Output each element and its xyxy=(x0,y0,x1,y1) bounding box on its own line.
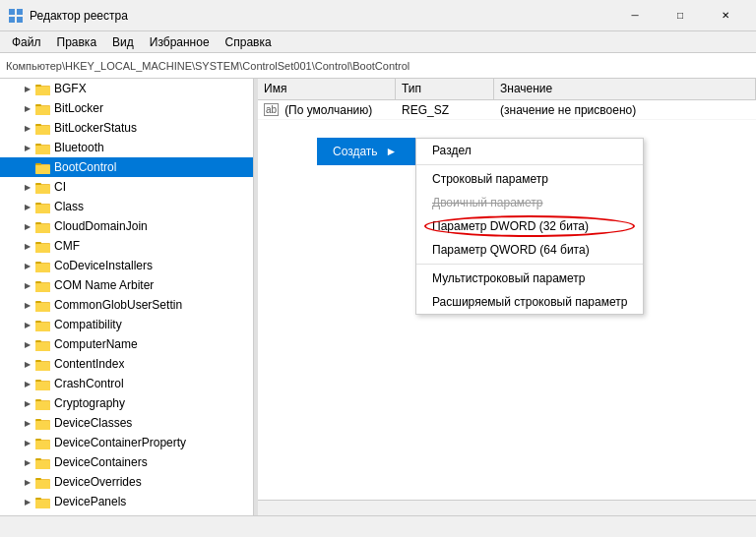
menu-item-string[interactable]: Строковый параметр xyxy=(416,167,643,191)
maximize-button[interactable]: □ xyxy=(658,0,703,31)
close-button[interactable]: ✕ xyxy=(703,0,748,31)
menu-item-section[interactable]: Раздел xyxy=(416,139,643,162)
column-header-value: Значение xyxy=(494,79,756,99)
menu-bar: ФайлПравкаВидИзбранноеСправка xyxy=(0,31,756,53)
menu-item-dword[interactable]: Параметр DWORD (32 бита) xyxy=(416,214,643,238)
svg-rect-90 xyxy=(35,498,41,500)
folder-icon xyxy=(35,141,51,154)
expand-arrow-icon: ▶ xyxy=(20,356,35,372)
svg-rect-54 xyxy=(35,321,41,323)
svg-rect-31 xyxy=(35,205,50,213)
tree-item-label: DevicePanels xyxy=(54,495,126,508)
folder-icon xyxy=(35,180,51,194)
expand-arrow-icon: ▶ xyxy=(20,474,35,490)
svg-rect-74 xyxy=(35,419,41,421)
tree-item-commonglobusersettin[interactable]: ▶ CommonGlobUserSettin xyxy=(0,295,253,315)
expand-arrow-icon: ▶ xyxy=(20,140,35,155)
folder-icon xyxy=(35,396,51,410)
tree-item-codeviceinstallers[interactable]: ▶ CoDeviceInstallers xyxy=(0,256,253,275)
tree-item-bluetooth[interactable]: ▶ Bluetooth xyxy=(0,138,253,157)
tree-item-devicepanels[interactable]: ▶ DevicePanels xyxy=(0,492,253,511)
folder-icon xyxy=(35,101,51,115)
table-row[interactable]: ab(По умолчанию)REG_SZ(значение не присв… xyxy=(258,100,756,120)
tree-item-label: COM Name Arbiter xyxy=(54,278,154,292)
menu-item-вид[interactable]: Вид xyxy=(104,33,142,51)
address-path: Компьютер\HKEY_LOCAL_MACHINE\SYSTEM\Cont… xyxy=(6,60,410,72)
minimize-button[interactable]: ─ xyxy=(612,0,658,31)
folder-icon xyxy=(35,416,51,430)
tree-item-deviceclasses[interactable]: ▶ DeviceClasses xyxy=(0,413,253,433)
expand-arrow-icon: ▶ xyxy=(20,218,35,234)
svg-rect-78 xyxy=(35,439,41,441)
tree-item-devquery[interactable]: ▶ DevQuery xyxy=(0,511,253,515)
tree-item-ci[interactable]: ▶ CI xyxy=(0,177,253,197)
tree-item-crashcontrol[interactable]: ▶ CrashControl xyxy=(0,374,253,393)
status-bar xyxy=(0,515,756,537)
expand-arrow-icon: ▶ xyxy=(20,415,35,431)
tree-item-contentindex[interactable]: ▶ ContentIndex xyxy=(0,354,253,374)
tree-item-label: DevQuery xyxy=(54,514,107,515)
folder-icon xyxy=(35,318,51,331)
svg-rect-23 xyxy=(35,165,50,174)
create-button[interactable]: Создать ► xyxy=(317,138,415,165)
folder-icon xyxy=(35,200,51,213)
expand-arrow-icon: ▶ xyxy=(20,81,35,96)
tree-item-computername[interactable]: ▶ ComputerName xyxy=(0,334,253,354)
tree-item-compatibility[interactable]: ▶ Compatibility xyxy=(0,315,253,334)
folder-icon xyxy=(35,160,51,174)
svg-rect-18 xyxy=(35,144,41,146)
tree-item-class[interactable]: ▶ Class xyxy=(0,197,253,216)
tree-item-label: CI xyxy=(54,180,66,194)
tree-item-comnamearbiter[interactable]: ▶ COM Name Arbiter xyxy=(0,275,253,295)
menu-item-multistring[interactable]: Мультистроковый параметр xyxy=(416,267,643,290)
svg-rect-87 xyxy=(35,480,50,489)
svg-rect-51 xyxy=(35,303,50,312)
horizontal-scrollbar[interactable] xyxy=(258,500,756,515)
tree-item-label: Class xyxy=(54,200,84,213)
cell-value: (значение не присвоено) xyxy=(494,101,756,119)
tree-item-label: CrashControl xyxy=(54,377,124,390)
column-header-name: Имя xyxy=(258,79,396,99)
tree-item-label: Cryptography xyxy=(54,396,125,410)
menu-item-expandstring[interactable]: Расширяемый строковый параметр xyxy=(416,290,643,314)
menu-item-справка[interactable]: Справка xyxy=(218,33,280,51)
right-pane: Имя Тип Значение ab(По умолчанию)REG_SZ(… xyxy=(258,79,756,515)
tree-item-label: Compatibility xyxy=(54,318,122,331)
expand-arrow-icon: ▶ xyxy=(20,435,35,450)
folder-icon xyxy=(35,455,51,469)
tree-item-cryptography[interactable]: ▶ Cryptography xyxy=(0,393,253,413)
svg-rect-2 xyxy=(9,17,15,23)
svg-rect-86 xyxy=(35,478,41,480)
menu-item-qword[interactable]: Параметр QWORD (64 бита) xyxy=(416,238,643,262)
menu-item-правка[interactable]: Правка xyxy=(49,33,105,51)
folder-icon xyxy=(35,278,51,292)
tree-item-devicecontainers[interactable]: ▶ DeviceContainers xyxy=(0,452,253,472)
tree-item-deviceoverrides[interactable]: ▶ DeviceOverrides xyxy=(0,472,253,492)
expand-arrow-icon xyxy=(20,159,35,175)
arrow-icon: ► xyxy=(386,145,398,158)
svg-rect-35 xyxy=(35,224,50,233)
menu-divider xyxy=(416,264,643,265)
folder-icon xyxy=(35,259,51,272)
tree-scroll[interactable]: ▶ BGFX▶ BitLocker▶ BitLockerStatus▶ Blue… xyxy=(0,79,253,515)
tree-item-bgfx[interactable]: ▶ BGFX xyxy=(0,79,253,98)
address-bar: Компьютер\HKEY_LOCAL_MACHINE\SYSTEM\Cont… xyxy=(0,53,756,79)
tree-pane: ▶ BGFX▶ BitLocker▶ BitLockerStatus▶ Blue… xyxy=(0,79,254,515)
menu-item-избранное[interactable]: Избранное xyxy=(142,33,218,51)
menu-item-файл[interactable]: Файл xyxy=(4,33,49,51)
tree-item-bitlocker[interactable]: ▶ BitLocker xyxy=(0,98,253,118)
expand-arrow-icon: ▶ xyxy=(20,336,35,352)
expand-arrow-icon: ▶ xyxy=(20,454,35,470)
cell-name-text: (По умолчанию) xyxy=(284,103,372,117)
svg-rect-67 xyxy=(35,382,50,390)
cell-type: REG_SZ xyxy=(396,101,494,119)
expand-arrow-icon: ▶ xyxy=(20,317,35,332)
menu-item-binary[interactable]: Двоичный параметр xyxy=(416,191,643,214)
folder-icon xyxy=(35,436,51,449)
tree-item-bitlockerstatus[interactable]: ▶ BitLockerStatus xyxy=(0,118,253,138)
tree-item-devicecontainerproperty[interactable]: ▶ DeviceContainerProperty xyxy=(0,433,253,452)
tree-item-clouddomainjoin[interactable]: ▶ CloudDomainJoin xyxy=(0,216,253,236)
tree-item-cmf[interactable]: ▶ CMF xyxy=(0,236,253,256)
tree-item-bootcontrol[interactable]: BootControl xyxy=(0,157,253,177)
svg-rect-62 xyxy=(35,360,41,362)
